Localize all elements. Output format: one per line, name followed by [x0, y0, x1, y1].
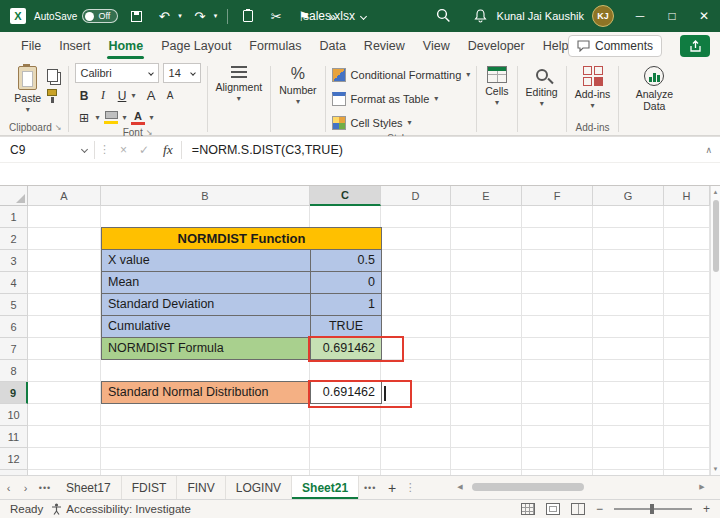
cell-H6[interactable] [664, 316, 710, 338]
ribbon-tab-formulas[interactable]: Formulas [240, 34, 310, 58]
tabs-splitter-icon[interactable]: ⋮ [403, 476, 417, 499]
cell-H12[interactable] [664, 448, 710, 470]
cell-D8[interactable] [381, 360, 451, 382]
cell-C9[interactable]: 0.691462 [310, 381, 382, 404]
borders-button[interactable]: ⊞ [75, 108, 94, 127]
cell-A7[interactable] [28, 338, 101, 360]
cell-A10[interactable] [28, 404, 101, 426]
cancel-entry-icon[interactable]: × [114, 143, 133, 157]
format-painter-icon[interactable] [47, 89, 57, 96]
column-header-G[interactable]: G [593, 186, 664, 206]
cell-F4[interactable] [522, 272, 593, 294]
cell-G4[interactable] [593, 272, 664, 294]
analyze-data-button[interactable]: Analyze Data [625, 63, 683, 112]
cell-F10[interactable] [522, 404, 593, 426]
cell-B1[interactable] [101, 206, 310, 228]
excel-app-icon[interactable]: X [10, 8, 26, 24]
ribbon-tab-page-layout[interactable]: Page Layout [152, 34, 240, 58]
cells-button[interactable]: Cells ▾ [483, 63, 510, 107]
cell-F5[interactable] [522, 294, 593, 316]
user-avatar[interactable]: KJ [592, 5, 614, 27]
cell-G10[interactable] [593, 404, 664, 426]
cell-A5[interactable] [28, 294, 101, 316]
clipboard-icon[interactable] [238, 5, 258, 27]
italic-button[interactable]: I [94, 86, 113, 105]
row-header-7[interactable]: 7 [0, 338, 28, 360]
cell-H10[interactable] [664, 404, 710, 426]
column-header-C[interactable]: C [310, 186, 381, 206]
number-button[interactable]: % Number ▾ [277, 63, 318, 106]
cell-D2[interactable] [381, 228, 451, 250]
cell-A2[interactable] [28, 228, 101, 250]
cell-B5[interactable]: Standard Deviation [101, 293, 311, 316]
paste-button[interactable]: Paste ▾ [12, 63, 43, 114]
cell-C4[interactable]: 0 [310, 271, 382, 294]
cell-D1[interactable] [381, 206, 451, 228]
vertical-scroll-thumb[interactable] [713, 200, 719, 272]
row-header-8[interactable]: 8 [0, 360, 28, 382]
accessibility-status[interactable]: Accessibility: Investigate [51, 503, 191, 515]
horizontal-scrollbar[interactable]: ◀ ▶ [452, 476, 710, 498]
font-name-select[interactable]: Calibri [75, 63, 159, 83]
user-name[interactable]: Kunal Jai Kaushik [497, 10, 584, 22]
tabs-overflow-right[interactable]: ••• [359, 476, 381, 499]
name-box-dropdown-icon[interactable] [74, 147, 94, 152]
cell-A3[interactable] [28, 250, 101, 272]
tabs-scroll-left-icon[interactable]: ‹ [0, 476, 17, 499]
column-header-H[interactable]: H [664, 186, 710, 206]
ribbon-tab-data[interactable]: Data [310, 34, 354, 58]
minimize-button[interactable]: ─ [624, 0, 656, 32]
cell-B4[interactable]: Mean [101, 271, 311, 294]
page-layout-view-icon[interactable] [546, 503, 560, 515]
cell-B2[interactable]: NORMDIST Function [101, 227, 382, 250]
cell-F2[interactable] [522, 228, 593, 250]
row-header-9[interactable]: 9 [0, 382, 28, 404]
conditional-formatting-button[interactable]: Conditional Formatting ▾ [332, 65, 471, 85]
cell-G1[interactable] [593, 206, 664, 228]
share-button[interactable] [680, 35, 710, 57]
name-box[interactable]: C9 [0, 143, 74, 157]
cell-F6[interactable] [522, 316, 593, 338]
cell-D6[interactable] [381, 316, 451, 338]
ribbon-tab-developer[interactable]: Developer [459, 34, 534, 58]
cell-H8[interactable] [664, 360, 710, 382]
cell-C5[interactable]: 1 [310, 293, 382, 316]
row-header-3[interactable]: 3 [0, 250, 28, 272]
save-icon[interactable] [126, 5, 146, 27]
cell-A9[interactable] [28, 382, 101, 404]
cell-D10[interactable] [381, 404, 451, 426]
row-header-2[interactable]: 2 [0, 228, 28, 250]
cell-H3[interactable] [664, 250, 710, 272]
row-header-6[interactable]: 6 [0, 316, 28, 338]
normal-view-icon[interactable] [521, 503, 535, 515]
cell-F3[interactable] [522, 250, 593, 272]
underline-button[interactable]: U [113, 86, 132, 105]
cell-H11[interactable] [664, 426, 710, 448]
vertical-scrollbar[interactable]: ▲ ▼ [710, 186, 720, 475]
cell-E2[interactable] [451, 228, 522, 250]
worksheet-grid[interactable]: 121110987654321 ABCDEFGHNORMDIST Functio… [0, 186, 710, 475]
fill-color-dropdown-icon[interactable]: ▾ [123, 114, 127, 122]
cell-A1[interactable] [28, 206, 101, 228]
cell-F9[interactable] [522, 382, 593, 404]
horizontal-scroll-thumb[interactable] [472, 483, 584, 491]
new-sheet-button[interactable]: + [381, 476, 403, 499]
row-header-5[interactable]: 5 [0, 294, 28, 316]
sheet-tab-sheet21[interactable]: Sheet21 [292, 476, 359, 499]
cell-F8[interactable] [522, 360, 593, 382]
cell-A8[interactable] [28, 360, 101, 382]
cell-D5[interactable] [381, 294, 451, 316]
editing-button[interactable]: Editing ▾ [524, 63, 560, 108]
bold-button[interactable]: B [75, 86, 94, 105]
cell-H7[interactable] [664, 338, 710, 360]
cell-A4[interactable] [28, 272, 101, 294]
cell-D3[interactable] [381, 250, 451, 272]
row-header-4[interactable]: 4 [0, 272, 28, 294]
cell-G3[interactable] [593, 250, 664, 272]
zoom-slider[interactable] [614, 508, 692, 510]
insert-function-icon[interactable]: fx [155, 142, 181, 158]
cell-F1[interactable] [522, 206, 593, 228]
cell-H4[interactable] [664, 272, 710, 294]
row-header-11[interactable]: 11 [0, 426, 28, 448]
autosave-toggle[interactable]: AutoSave Off [34, 9, 118, 23]
